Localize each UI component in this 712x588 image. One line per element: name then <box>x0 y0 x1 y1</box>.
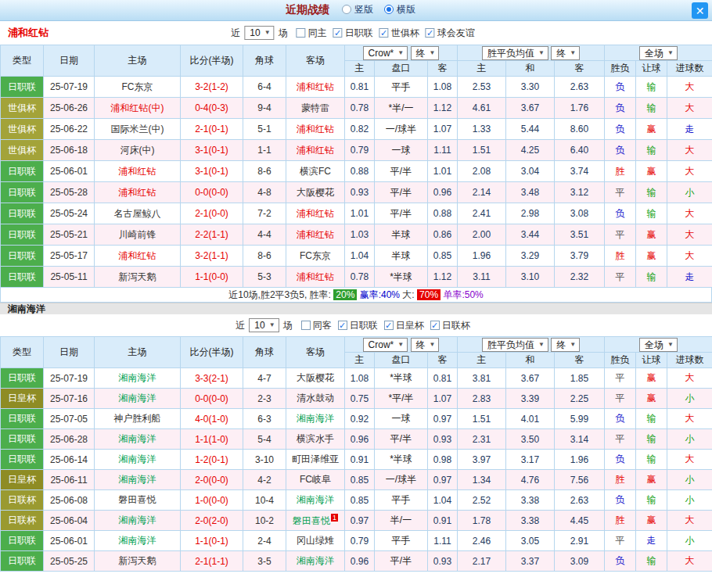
radio-dot-icon[interactable] <box>384 5 394 14</box>
match-row: 日职联25-05-17浦和红钻3-2(1-1)8-6FC东京1.04半球0.85… <box>1 246 712 267</box>
match-row: 日职联25-07-19湘南海洋3-3(2-1)4-7大阪樱花1.08*半球0.8… <box>1 368 712 389</box>
radio-label: 竖版 <box>354 3 373 16</box>
asia-final-value: 终 <box>416 48 426 59</box>
europe-home-odds: 2.46 <box>458 531 506 551</box>
europe-home-odds: 4.61 <box>458 98 506 119</box>
radio-dot-icon[interactable] <box>342 5 351 14</box>
europe-away-odds: 6.40 <box>555 140 605 161</box>
league-badge: 日职联 <box>1 368 44 389</box>
filter-checkbox[interactable]: 同主 <box>297 27 327 40</box>
checkbox-box-icon[interactable] <box>301 321 311 330</box>
league-badge: 日职联 <box>1 551 44 572</box>
match-score: 3-1(0-1) <box>181 140 243 161</box>
filter-checkbox[interactable]: ✓日皇杯 <box>384 319 424 332</box>
europe-final-dropdown[interactable]: 终▼ <box>551 46 580 60</box>
europe-away-odds: 3.08 <box>555 203 605 224</box>
handicap-result: 赢 <box>636 119 667 140</box>
filter-checkbox[interactable]: ✓世俱杯 <box>379 27 419 40</box>
europe-away-odds: 4.45 <box>555 511 605 531</box>
asia-final-dropdown[interactable]: 终▼ <box>411 46 440 60</box>
europe-away-odds: 5.99 <box>555 409 605 429</box>
checkbox-box-icon[interactable]: ✓ <box>338 321 347 330</box>
asia-handicap: 一/球半 <box>375 119 428 140</box>
checkbox-label: 日联杯 <box>442 319 470 332</box>
summary-text: 赢率:40% <box>360 289 400 302</box>
odds-company-dropdown[interactable]: Crow*▼ <box>363 46 408 60</box>
league-badge: 日职联 <box>1 531 44 551</box>
games-label: 场 <box>279 27 288 40</box>
asia-home-odds: 0.96 <box>345 551 375 572</box>
subcol-result: 胜负 <box>605 353 636 368</box>
filter-checkbox[interactable]: ✓球会友谊 <box>426 27 475 40</box>
filter-checkbox[interactable]: ✓日职联 <box>338 319 378 332</box>
match-date: 25-07-19 <box>44 368 95 389</box>
match-row: 日职联25-05-11新泻天鹅1-1(0-0)5-3浦和红钻0.78*半球1.1… <box>1 267 712 288</box>
checkbox-label: 世俱杯 <box>391 27 419 40</box>
away-team: 浦和红钻 <box>286 267 345 288</box>
europe-final-value: 终 <box>556 48 566 59</box>
league-badge: 日职联 <box>1 429 44 450</box>
europe-away-odds: 1.76 <box>555 98 605 119</box>
checkbox-box-icon[interactable]: ✓ <box>379 28 389 38</box>
asia-home-odds: 1.04 <box>345 246 375 267</box>
asia-final-dropdown[interactable]: 终▼ <box>411 338 440 352</box>
match-score: 3-3(2-1) <box>181 368 243 389</box>
checkbox-label: 日职联 <box>350 319 378 332</box>
filter-checkbox[interactable]: ✓日联杯 <box>430 319 470 332</box>
match-row: 日职联25-05-21川崎前锋2-2(1-1)4-4浦和红钻1.03半球0.86… <box>1 224 712 246</box>
fulltime-dropdown[interactable]: 全场▼ <box>639 46 678 60</box>
europe-away-odds: 3.14 <box>555 429 605 450</box>
handicap-result: 输 <box>636 98 667 119</box>
summary-text: 近10场,胜2平3负5, 胜率: <box>228 289 333 302</box>
win-draw-loss-result: 胜 <box>605 246 636 267</box>
match-row: 世俱杯25-06-18河床(中)3-1(0-1)1-1浦和红钻0.79一球1.1… <box>1 140 712 161</box>
europe-away-odds: 1.96 <box>555 450 605 470</box>
checkbox-box-icon[interactable]: ✓ <box>430 321 440 330</box>
checkbox-box-icon[interactable]: ✓ <box>384 321 394 330</box>
match-count-dropdown[interactable]: 10▼ <box>244 26 274 40</box>
europe-away-odds: 3.51 <box>555 224 605 246</box>
win-draw-loss-result: 平 <box>605 368 636 389</box>
away-team: 横滨水手 <box>286 429 345 450</box>
checkbox-label: 球会友谊 <box>437 27 475 40</box>
corner-score: 10-4 <box>243 490 286 511</box>
over-under-result: 大 <box>667 98 712 119</box>
europe-average-dropdown[interactable]: 胜平负均值▼ <box>482 46 548 60</box>
league-badge: 日职联 <box>1 203 44 224</box>
europe-draw-odds: 3.37 <box>506 551 555 572</box>
europe-draw-odds: 3.10 <box>506 267 555 288</box>
corner-score: 2-3 <box>243 389 286 409</box>
chevron-down-icon: ▼ <box>397 339 404 350</box>
match-row: 日职联25-05-25新泻天鹅2-1(1-1)3-5湘南海洋0.96平/半0.9… <box>1 551 712 572</box>
match-count-dropdown[interactable]: 10▼ <box>249 318 279 332</box>
chevron-down-icon: ▼ <box>570 339 576 350</box>
europe-draw-odds: 3.44 <box>506 224 555 246</box>
filter-checkbox[interactable]: ✓日职联 <box>333 27 373 40</box>
layout-radio-vertical[interactable]: 竖版 <box>342 3 373 16</box>
asia-home-odds: 0.82 <box>345 119 375 140</box>
checkbox-box-icon[interactable] <box>297 28 306 38</box>
match-score: 3-1(0-1) <box>181 161 243 182</box>
match-score: 2-1(0-1) <box>181 119 243 140</box>
team-title: 湘南海洋 <box>0 303 45 316</box>
col-header-score: 比分(半场) <box>181 337 243 368</box>
checkbox-box-icon[interactable]: ✓ <box>333 28 343 38</box>
subcol-europe-draw: 和 <box>506 353 555 368</box>
europe-average-dropdown[interactable]: 胜平负均值▼ <box>482 338 548 352</box>
win-draw-loss-result: 胜 <box>605 161 636 182</box>
win-draw-loss-result: 平 <box>605 429 636 450</box>
asia-home-odds: 0.78 <box>345 267 375 288</box>
checkbox-box-icon[interactable]: ✓ <box>426 28 435 38</box>
filter-checkbox[interactable]: 同客 <box>301 319 332 332</box>
close-button[interactable]: ✕ <box>692 2 708 19</box>
odds-company-dropdown[interactable]: Crow*▼ <box>363 338 408 352</box>
fulltime-dropdown[interactable]: 全场▼ <box>639 338 678 352</box>
away-team: 町田泽维亚 <box>286 450 345 470</box>
match-score: 2-1(0-0) <box>181 203 243 224</box>
urawa-section: 浦和红钻 近 10▼ 场 同主✓日职联✓世俱杯✓球会友谊 类型 日期 主场 比分… <box>0 21 712 303</box>
away-team: 浦和红钻 <box>286 203 345 224</box>
layout-radio-horizontal[interactable]: 横版 <box>384 3 415 16</box>
asia-home-odds: 1.01 <box>345 203 375 224</box>
europe-final-dropdown[interactable]: 终▼ <box>551 338 580 352</box>
window-titlebar: 近期战绩 竖版横版 ✕ <box>0 0 712 21</box>
